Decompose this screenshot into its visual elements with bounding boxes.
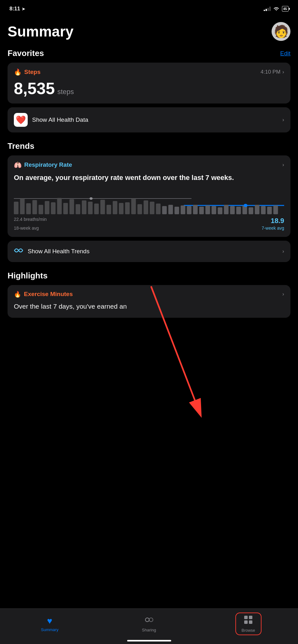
svg-rect-43 (267, 207, 272, 214)
chart-right-value: 18.9 (271, 217, 284, 225)
tab-sharing-label: Sharing (142, 628, 156, 632)
page-header: Summary 🧑 (8, 16, 290, 48)
svg-rect-18 (113, 201, 117, 214)
page-title: Summary (8, 23, 74, 40)
lungs-icon: 🫁 (14, 161, 22, 169)
steps-time: 4:10 PM (261, 69, 280, 75)
steps-title-row: 🔥 Steps (14, 68, 41, 76)
steps-unit: steps (57, 88, 74, 96)
show-all-trends-card[interactable]: Show All Health Trends › (8, 241, 290, 262)
exercise-description: Over the last 7 days, you've earned an (14, 302, 284, 311)
battery-level: 45 (283, 7, 287, 11)
svg-rect-3 (20, 199, 25, 214)
svg-rect-6 (39, 205, 43, 214)
exercise-fire-icon: 🔥 (14, 291, 21, 298)
trends-section: Trends 🫁 Respiratory Rate › On average, … (8, 141, 290, 262)
health-heart-icon: ❤️ (16, 115, 26, 125)
steps-count: 8,535 (14, 79, 55, 98)
chart-bottom-labels: 22.4 breaths/min 18.9 (14, 217, 284, 225)
favorites-title: Favorites (8, 48, 44, 58)
home-indicator (127, 640, 171, 641)
respiratory-card-header: 🫁 Respiratory Rate › (14, 161, 284, 169)
tab-browse[interactable]: Browse (199, 613, 298, 635)
respiratory-chart-svg (14, 189, 284, 214)
show-all-health-label: Show All Health Data (32, 116, 88, 123)
svg-rect-41 (255, 205, 260, 214)
chart-left-value: 22.4 breaths/min (14, 217, 47, 225)
svg-rect-7 (45, 201, 49, 214)
svg-rect-56 (249, 620, 252, 624)
svg-rect-29 (181, 205, 185, 214)
trends-section-header: Trends (8, 141, 290, 151)
svg-rect-25 (156, 204, 161, 214)
svg-rect-37 (230, 206, 235, 214)
chart-avg-labels: 18-week avg 7-week avg (14, 226, 284, 231)
svg-rect-31 (193, 205, 198, 214)
svg-rect-34 (211, 206, 216, 214)
svg-rect-9 (57, 198, 62, 214)
location-arrow-icon: ➤ (22, 7, 25, 11)
steps-chevron-icon: › (282, 69, 284, 75)
svg-rect-23 (143, 200, 148, 214)
favorites-edit-button[interactable]: Edit (280, 50, 290, 57)
svg-rect-33 (205, 205, 210, 214)
show-trends-chevron-icon: › (282, 248, 284, 255)
highlights-title: Highlights (8, 271, 48, 281)
respiratory-rate-card[interactable]: 🫁 Respiratory Rate › On average, your re… (8, 155, 290, 237)
tab-sharing[interactable]: Sharing (99, 615, 199, 632)
svg-point-46 (244, 204, 247, 207)
exercise-minutes-card[interactable]: 🔥 Exercise Minutes › Over the last 7 day… (8, 285, 290, 318)
svg-rect-27 (168, 205, 173, 214)
svg-rect-30 (187, 206, 192, 214)
svg-rect-5 (32, 200, 37, 214)
respiratory-title-row: 🫁 Respiratory Rate (14, 161, 72, 169)
avatar[interactable]: 🧑 (272, 22, 290, 41)
steps-value-row: 8,535 steps (14, 79, 284, 98)
highlights-section: Highlights 🔥 Exercise Minutes › Over the… (8, 271, 290, 318)
show-all-left: ❤️ Show All Health Data (14, 113, 88, 127)
battery-icon: 45 (282, 6, 289, 12)
heart-icon: ♥ (47, 616, 53, 626)
exercise-chevron-icon: › (282, 291, 284, 297)
respiratory-label: Respiratory Rate (24, 161, 72, 168)
svg-rect-10 (63, 203, 68, 214)
tab-summary-label: Summary (41, 627, 59, 632)
svg-rect-13 (82, 200, 87, 214)
svg-rect-42 (261, 206, 266, 214)
svg-point-52 (149, 618, 153, 621)
svg-rect-26 (162, 206, 167, 214)
show-all-health-data-card[interactable]: ❤️ Show All Health Data › (8, 107, 290, 132)
svg-rect-11 (70, 199, 74, 214)
svg-rect-35 (218, 207, 222, 214)
svg-rect-19 (119, 203, 124, 214)
svg-rect-15 (94, 204, 99, 214)
svg-rect-2 (14, 202, 19, 214)
sharing-icon (144, 615, 154, 626)
steps-meta: 4:10 PM › (261, 69, 284, 75)
steps-card-header: 🔥 Steps 4:10 PM › (14, 68, 284, 76)
show-all-chevron-icon: › (282, 117, 284, 123)
signal-icon (264, 7, 271, 11)
steps-label: Steps (24, 69, 41, 76)
svg-rect-4 (26, 203, 31, 214)
svg-rect-21 (131, 199, 136, 214)
exercise-title-row: 🔥 Exercise Minutes (14, 291, 73, 298)
steps-card[interactable]: 🔥 Steps 4:10 PM › 8,535 steps (8, 63, 290, 104)
svg-rect-44 (273, 205, 278, 214)
trends-fork-icon (14, 246, 23, 256)
svg-rect-53 (244, 616, 248, 619)
chart-right-avg-label: 7-week avg (261, 226, 284, 231)
svg-rect-54 (249, 616, 252, 619)
respiratory-description: On average, your respiratory rate went d… (14, 173, 284, 183)
wifi-icon (273, 7, 279, 11)
favorites-section-header: Favorites Edit (8, 48, 290, 58)
trends-title: Trends (8, 141, 34, 151)
show-all-trends-label: Show All Health Trends (28, 248, 89, 255)
browse-highlighted-container: Browse (235, 613, 261, 635)
svg-rect-28 (174, 207, 179, 214)
tab-summary[interactable]: ♥ Summary (0, 616, 99, 632)
svg-rect-16 (100, 200, 105, 214)
show-trends-left: Show All Health Trends (14, 246, 89, 256)
svg-rect-38 (236, 207, 241, 214)
svg-rect-12 (76, 204, 80, 214)
